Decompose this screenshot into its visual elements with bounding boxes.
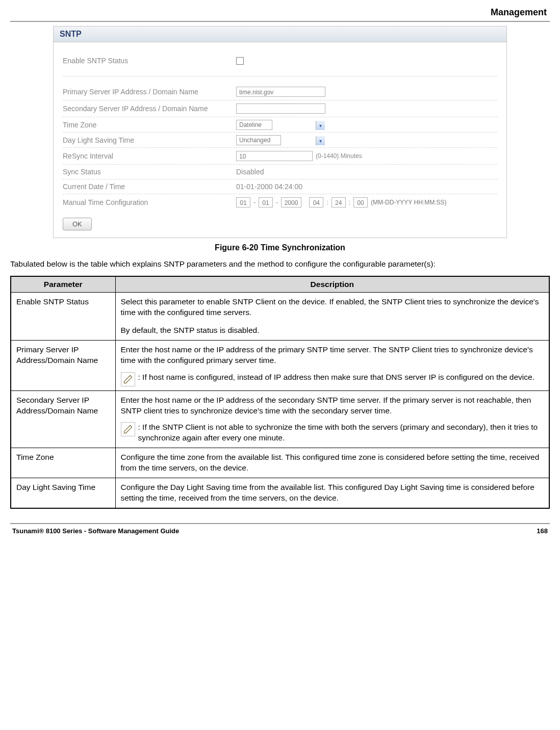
input-manual-ss[interactable]: 00 [353, 197, 368, 207]
label-resync: ReSync Interval [63, 152, 236, 160]
select-dst[interactable]: Unchanged [236, 135, 281, 145]
input-manual-hh[interactable]: 04 [309, 197, 323, 207]
desc-text: Enter the host name or the IP address of… [121, 345, 544, 366]
row-primary-server: Primary Server IP Address / Domain Name … [63, 84, 497, 100]
label-current-datetime: Current Date / Time [63, 182, 236, 191]
param-desc: Select this parameter to enable SNTP Cli… [115, 293, 549, 341]
page-section-title: Management [10, 5, 550, 21]
param-desc: Enter the host name or the IP address of… [115, 340, 549, 390]
note-icon [121, 372, 135, 386]
table-row: Time Zone Configure the time zone from t… [11, 448, 549, 478]
note-text: : If the SNTP Client is not able to sych… [137, 422, 544, 444]
param-name: Enable SNTP Status [11, 293, 115, 341]
footer-title: Tsunami® 8100 Series - Software Manageme… [12, 527, 179, 535]
value-current-datetime: 01-01-2000 04:24:00 [236, 182, 302, 191]
col-header-description: Description [115, 276, 549, 293]
table-row: Day Light Saving Time Configure the Day … [11, 478, 549, 508]
row-resync: ReSync Interval 10 (0-1440) Minutes [63, 148, 497, 165]
param-name: Day Light Saving Time [11, 478, 115, 508]
desc-text: By default, the SNTP status is disabled. [121, 325, 544, 336]
note-icon [121, 422, 135, 436]
table-row: Secondary Server IP Address/Domain Name … [11, 390, 549, 448]
checkbox-enable-sntp[interactable] [236, 57, 244, 65]
parameter-table: Parameter Description Enable SNTP Status… [10, 276, 550, 509]
input-manual-mm[interactable]: 01 [236, 197, 250, 207]
label-dst: Day Light Saving Time [63, 136, 236, 144]
select-timezone[interactable]: Dateline [236, 120, 272, 130]
input-resync[interactable]: 10 [236, 151, 313, 161]
figure-caption: Figure 6-20 Time Synchronization [10, 243, 550, 252]
value-sync-status: Disabled [236, 168, 264, 176]
hint-resync: (0-1440) Minutes [316, 152, 362, 160]
desc-text: Enter the host name or the IP address of… [121, 395, 544, 416]
label-primary-server: Primary Server IP Address / Domain Name [63, 88, 236, 96]
chevron-down-icon[interactable]: ▾ [316, 136, 325, 145]
row-current-datetime: Current Date / Time 01-01-2000 04:24:00 [63, 179, 497, 194]
page-footer: Tsunami® 8100 Series - Software Manageme… [10, 523, 550, 535]
param-name: Primary Server IP Address/Domain Name [11, 340, 115, 390]
col-header-parameter: Parameter [11, 276, 115, 293]
row-enable-sntp: Enable SNTP Status [63, 54, 497, 76]
input-primary-server[interactable]: time.nist.gov [236, 87, 325, 97]
table-row: Enable SNTP Status Select this parameter… [11, 293, 549, 341]
hint-manual-format: (MM-DD-YYYY HH:MM:SS) [371, 199, 446, 206]
input-manual-mi[interactable]: 24 [332, 197, 346, 207]
param-desc: Configure the Day Light Saving time from… [115, 478, 549, 508]
input-manual-yyyy[interactable]: 2000 [281, 197, 301, 207]
note-text: : If host name is configured, instead of… [137, 372, 544, 383]
sntp-panel: SNTP Enable SNTP Status Primary Server I… [53, 26, 507, 238]
row-timezone: Time Zone Dateline ▾ [63, 117, 497, 133]
chevron-down-icon[interactable]: ▾ [316, 121, 325, 130]
row-sync-status: Sync Status Disabled [63, 165, 497, 179]
input-manual-dd[interactable]: 01 [259, 197, 273, 207]
table-row: Primary Server IP Address/Domain Name En… [11, 340, 549, 390]
param-name: Secondary Server IP Address/Domain Name [11, 390, 115, 448]
ok-button[interactable]: OK [63, 218, 92, 230]
label-sync-status: Sync Status [63, 168, 236, 176]
intro-text: Tabulated below is the table which expla… [10, 259, 550, 269]
desc-text: Select this parameter to enable SNTP Cli… [121, 297, 544, 318]
row-manual-time: Manual Time Configuration 01 - 01 - 2000… [63, 194, 497, 211]
param-name: Time Zone [11, 448, 115, 478]
param-desc: Configure the time zone from the availab… [115, 448, 549, 478]
label-enable-sntp: Enable SNTP Status [63, 57, 236, 65]
input-secondary-server[interactable] [236, 103, 325, 114]
sntp-panel-title: SNTP [54, 27, 506, 42]
param-desc: Enter the host name or the IP address of… [115, 390, 549, 448]
header-rule [10, 21, 550, 22]
row-dst: Day Light Saving Time Unchanged ▾ [63, 133, 497, 148]
label-manual-time: Manual Time Configuration [63, 198, 236, 206]
row-secondary-server: Secondary Server IP Address / Domain Nam… [63, 100, 497, 117]
label-secondary-server: Secondary Server IP Address / Domain Nam… [63, 105, 236, 113]
footer-page-number: 168 [537, 527, 548, 535]
label-timezone: Time Zone [63, 121, 236, 129]
